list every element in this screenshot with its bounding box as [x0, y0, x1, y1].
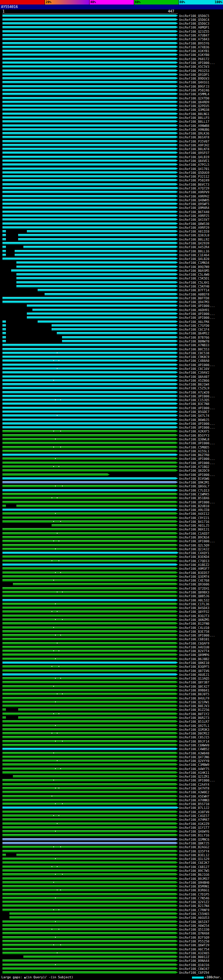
hit-label[interactable]: UniRef100_Q5DUG9 — [179, 171, 209, 175]
hit-bar[interactable] — [2, 430, 176, 433]
hit-label[interactable]: UniRef100_UPI000... — [179, 634, 215, 637]
hit-label[interactable]: UniRef100_A0L532 — [179, 599, 209, 602]
hit-bar[interactable] — [2, 944, 176, 946]
hit-label[interactable]: UniRef100_A7Q729 — [179, 187, 209, 190]
hit-bar[interactable] — [2, 842, 176, 845]
hit-label[interactable]: UniRef100_B3QPF5 — [179, 665, 209, 668]
hit-label[interactable]: UniRef100_A0MQP1 — [179, 26, 209, 29]
hit-label[interactable]: UniRef100_A6UEJ1 — [179, 673, 209, 676]
hit-bar[interactable] — [2, 81, 176, 83]
hit-bar[interactable] — [2, 469, 176, 472]
hit-label[interactable]: UniRef100_B8LL92 — [179, 238, 209, 241]
hit-label[interactable]: UniRef100_Q8GGL7 — [179, 485, 209, 488]
hit-bar[interactable] — [2, 642, 176, 644]
hit-bar[interactable] — [2, 673, 176, 676]
hit-bar[interactable] — [2, 97, 176, 99]
hit-label[interactable]: UniRef100_A38FV0 — [179, 810, 209, 814]
hit-label[interactable]: UniRef100_Q5D6C3 — [179, 22, 209, 25]
hit-bar[interactable] — [2, 30, 176, 33]
hit-bar[interactable] — [2, 218, 176, 221]
hit-label[interactable]: UniRef100_B6VC73 — [179, 183, 209, 186]
hit-label[interactable]: UniRef100_Q3EM74 — [179, 575, 209, 579]
hit-bar[interactable] — [2, 591, 176, 593]
hit-label[interactable]: UniRef100_A7NB33 — [179, 344, 209, 347]
hit-label[interactable]: UniRef100_A9RP25 — [179, 214, 209, 218]
hit-label[interactable]: UniRef100_A9LCE0 — [179, 508, 209, 512]
hit-bar[interactable] — [2, 183, 176, 186]
hit-bar[interactable] — [2, 391, 176, 393]
hit-label[interactable]: UniRef100_Q1LS29 — [179, 857, 209, 861]
hit-bar[interactable] — [2, 861, 176, 864]
hit-bar[interactable] — [2, 897, 176, 899]
hit-bar[interactable] — [2, 402, 176, 405]
hit-label[interactable]: UniRef100_Q07IV6 — [179, 669, 209, 673]
hit-bar[interactable] — [2, 54, 176, 56]
hit-label[interactable]: UniRef100_P93253 — [179, 69, 209, 73]
hit-bar[interactable] — [2, 921, 176, 923]
hit-label[interactable]: UniRef100_B2AGG2 — [179, 845, 209, 849]
hit-label[interactable]: UniRef100_B51LR7 — [179, 720, 209, 724]
hit-label[interactable]: UniRef100_B217N4 — [179, 904, 209, 908]
hit-label[interactable]: UniRef100_B0012Z — [179, 955, 209, 959]
hit-bar[interactable] — [2, 301, 176, 303]
hit-bar[interactable] — [2, 850, 176, 853]
hit-bar[interactable] — [2, 211, 176, 213]
hit-bar[interactable] — [2, 540, 176, 542]
hit-label[interactable]: UniRef100_Q5D6C4 — [179, 18, 209, 22]
hit-label[interactable]: UniRef100_B8LL16 — [179, 250, 209, 253]
hit-bar[interactable] — [2, 599, 176, 601]
hit-bar[interactable] — [16, 273, 176, 276]
hit-bar[interactable] — [2, 254, 176, 256]
hit-label[interactable]: UniRef100_Q9LK36 — [179, 132, 209, 135]
hit-label[interactable]: UniRef100_B9C7W5 — [179, 869, 209, 873]
hit-label[interactable]: UniRef100_A1KYB1 — [179, 49, 209, 53]
hit-bar[interactable] — [2, 807, 176, 809]
hit-bar[interactable] — [2, 563, 176, 566]
hit-bar[interactable] — [2, 697, 176, 700]
hit-label[interactable]: UniRef100_A6GU53 — [179, 916, 209, 920]
hit-bar[interactable] — [2, 407, 176, 409]
hit-bar[interactable] — [2, 215, 176, 217]
hit-label[interactable]: UniRef100_Q4LB20 — [179, 257, 209, 261]
hit-bar[interactable] — [2, 501, 176, 503]
hit-label[interactable]: UniRef100_A5EWH7 — [179, 795, 209, 798]
hit-label[interactable]: UniRef100_C15JQ5 — [179, 398, 209, 402]
hit-label[interactable]: UniRef100_B0T1Y2 — [179, 712, 209, 716]
hit-bar[interactable] — [2, 622, 176, 625]
hit-label[interactable]: UniRef100_UPI000... — [179, 395, 215, 398]
hit-label[interactable]: UniRef100_A7HNN3 — [179, 799, 209, 802]
hit-label[interactable]: UniRef100_P50249 — [179, 179, 209, 182]
hit-bar[interactable] — [2, 489, 176, 492]
hit-label[interactable]: UniRef100_B6R273 — [179, 716, 209, 720]
hit-label[interactable]: UniRef100_C4XQY1 — [179, 551, 209, 555]
hit-label[interactable]: UniRef100_Q47HT8 — [179, 787, 209, 790]
hit-bar[interactable] — [2, 148, 176, 150]
hit-label[interactable]: UniRef100_B3C7N8 — [179, 402, 209, 406]
hit-label[interactable]: UniRef100_Q35FY4 — [179, 850, 209, 853]
hit-label[interactable]: UniRef100_B2UB10 — [179, 504, 209, 508]
hit-bar[interactable] — [2, 971, 176, 974]
hit-label[interactable]: UniRef100_C0C538 — [179, 352, 209, 355]
hit-label[interactable]: UniRef100_Q23Z55 — [179, 30, 209, 33]
hit-label[interactable]: UniRef100_B0NW70 — [179, 340, 209, 343]
hit-label[interactable]: UniRef100_A4XI12 — [179, 512, 209, 515]
hit-label[interactable]: UniRef100_A15SL1 — [179, 450, 209, 453]
hit-label[interactable]: UniRef100_Q4H1G1 — [179, 81, 209, 84]
hit-label[interactable]: UniRef100_A75B43 — [179, 38, 209, 41]
hit-label[interactable]: UniRef100_Q09BX3 — [179, 591, 209, 594]
hit-bar[interactable] — [2, 105, 176, 107]
hit-label[interactable]: UniRef100_P35V07 — [179, 140, 209, 143]
hit-bar[interactable] — [2, 450, 176, 452]
hit-label[interactable]: UniRef100_B9DGV3 — [179, 77, 209, 80]
hit-bar[interactable] — [51, 524, 176, 527]
hit-label[interactable]: UniRef100_B7FT14 — [179, 288, 209, 292]
hit-bar[interactable] — [2, 732, 176, 735]
hit-bar[interactable] — [2, 65, 176, 68]
hit-bar[interactable] — [2, 650, 176, 652]
hit-label[interactable]: UniRef100_B51BX6 — [179, 496, 209, 500]
hit-label[interactable]: UniRef100_C9YZJ1 — [179, 516, 209, 520]
hit-bar[interactable] — [2, 234, 176, 236]
hit-label[interactable]: UniRef100_B6J8B2 — [179, 657, 209, 661]
hit-bar[interactable] — [2, 70, 176, 72]
hit-bar[interactable] — [16, 281, 176, 284]
